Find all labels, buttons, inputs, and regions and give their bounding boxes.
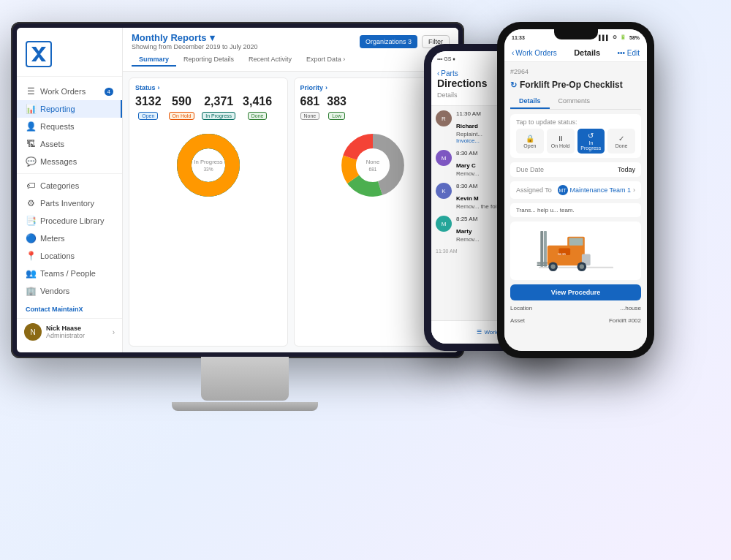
stats-grid: Status › 3132 Open 590 On Hold (129, 77, 452, 347)
report-title: Monthly Reports ▾ (132, 32, 258, 43)
monitor-base (172, 402, 318, 411)
sidebar-item-parts-inventory[interactable]: ⚙ Parts Inventory (17, 194, 122, 212)
sidebar: ☰ Work Orders 4 📊 Reporting 👤 Requests 🏗… (17, 28, 123, 352)
bottom-section: View Procedure Location ...house Asset F… (510, 284, 641, 325)
messages-icon: 💬 (26, 156, 36, 167)
report-subtitle: Showing from December 2019 to July 2020 (132, 43, 258, 50)
sidebar-item-reporting[interactable]: 📊 Reporting (17, 100, 122, 118)
procedure-icon: 📑 (26, 216, 36, 226)
tab-summary[interactable]: Summary (132, 53, 176, 67)
sidebar-item-categories[interactable]: 🏷 Categories (17, 177, 122, 194)
sidebar-item-locations[interactable]: 📍 Locations (17, 247, 122, 265)
expand-icon[interactable]: › (113, 328, 115, 336)
content-area: Status › 3132 Open 590 On Hold (123, 72, 458, 352)
tab-bar: Summary Reporting Details Recent Activit… (132, 53, 450, 67)
phone1-tab-details[interactable]: Details (437, 91, 458, 102)
forklift-image: DALIAN (510, 222, 641, 280)
svg-text:DALIAN: DALIAN (557, 253, 565, 256)
reporting-icon: 📊 (26, 104, 36, 114)
svg-rect-23 (537, 264, 547, 265)
phone2-screen: 11:33 ▌▌▌ ⊙ 🔋 58% ‹ Work Orders Details … (504, 29, 647, 351)
app-logo (26, 41, 52, 67)
phone2-notch (554, 29, 598, 39)
desktop-monitor: ☰ Work Orders 4 📊 Reporting 👤 Requests 🏗… (11, 22, 479, 409)
monitor-screen: ☰ Work Orders 4 📊 Reporting 👤 Requests 🏗… (17, 28, 458, 352)
status-done-button[interactable]: ✓ Done (607, 129, 635, 154)
sidebar-item-work-orders[interactable]: ☰ Work Orders 4 (17, 83, 122, 100)
team-initials: MT (558, 185, 568, 195)
svg-point-5 (192, 149, 224, 181)
signal-icon: ▌▌▌ (599, 35, 610, 40)
svg-point-12 (357, 149, 389, 181)
phone2-tab-details[interactable]: Details (510, 94, 550, 109)
svg-point-25 (550, 264, 555, 268)
chat-avatar-1: R (436, 110, 452, 126)
org-button[interactable]: Organizations 3 (360, 35, 417, 48)
work-orders-icon: ☰ (26, 86, 36, 97)
locations-icon: 📍 (26, 251, 36, 261)
phone2-edit-button[interactable]: ••• Edit (617, 49, 640, 57)
dropdown-icon[interactable]: ▾ (210, 32, 215, 43)
assigned-to-row[interactable]: Assigned To MT Maintenance Team 1 › (510, 181, 641, 199)
assets-icon: 🏗 (26, 139, 36, 149)
tab-recent-activity[interactable]: Recent Activity (241, 53, 299, 67)
stat-open: 3132 Open (135, 96, 162, 121)
status-card: Status › 3132 Open 590 On Hold (129, 77, 288, 347)
meters-icon: 🔵 (26, 233, 36, 243)
wifi-icon: ⊙ (613, 34, 617, 40)
view-procedure-button[interactable]: View Procedure (510, 284, 641, 300)
tab-reporting-details[interactable]: Reporting Details (176, 53, 241, 67)
svg-rect-20 (544, 231, 547, 267)
user-role: Administrator (46, 332, 85, 339)
sidebar-item-requests[interactable]: 👤 Requests (17, 118, 122, 135)
pause-icon: ⏸ (548, 135, 573, 143)
sidebar-item-teams[interactable]: 👥 Teams / People (17, 265, 122, 282)
svg-marker-0 (31, 47, 46, 61)
phone2-back-button[interactable]: ‹ Work Orders (512, 49, 557, 57)
phone2-nav-title: Details (574, 48, 600, 57)
wo-number: #2964 (510, 68, 641, 75)
stat-low: 383 Low (327, 96, 346, 121)
status-update-label: Tap to update status: (516, 118, 635, 126)
contact-label: Contact MaintainX (17, 300, 122, 315)
sidebar-item-vendors[interactable]: 🏢 Vendors (17, 282, 122, 300)
svg-point-27 (579, 264, 583, 268)
sidebar-user: N Nick Haase Administrator › (17, 318, 122, 345)
svg-text:In Progress: In Progress (194, 159, 222, 165)
sidebar-item-assets[interactable]: 🏗 Assets (17, 135, 122, 153)
sidebar-logo (17, 35, 122, 77)
status-buttons: 🔒 Open ⏸ On Hold ↺ In Progress ✓ Done (516, 129, 635, 154)
status-donut: In Progress 33% (135, 125, 281, 205)
teams-icon: 👥 (26, 268, 36, 279)
sidebar-item-procedure-library[interactable]: 📑 Procedure Library (17, 212, 122, 230)
stat-onhold: 590 On Hold (169, 96, 195, 121)
description-text: Trans... help u... team. (510, 203, 641, 217)
sidebar-item-meters[interactable]: 🔵 Meters (17, 230, 122, 247)
status-onhold-button[interactable]: ⏸ On Hold (547, 129, 575, 154)
assigned-chip: MT Maintenance Team 1 › (558, 185, 635, 195)
phone2-content: #2964 ↻ Forklift Pre-Op Checklist Detail… (504, 62, 647, 351)
status-label: Status › (135, 84, 281, 91)
top-bar: Monthly Reports ▾ Showing from December … (123, 28, 458, 72)
stat-none: 681 None (300, 96, 320, 121)
status-open-button[interactable]: 🔒 Open (516, 129, 544, 154)
phone2-device: 11:33 ▌▌▌ ⊙ 🔋 58% ‹ Work Orders Details … (497, 22, 654, 358)
svg-text:None: None (366, 159, 379, 165)
svg-rect-21 (540, 231, 543, 267)
forklift-svg: DALIAN (536, 224, 616, 279)
chat-avatar-4: M (436, 216, 452, 232)
lock-icon: 🔒 (518, 135, 542, 143)
vendors-icon: 🏢 (26, 286, 36, 296)
wo-title: ↻ Forklift Pre-Op Checklist (510, 80, 641, 90)
stat-done: 3,416 Done (243, 96, 272, 121)
location-row: Location ...house (510, 303, 641, 313)
svg-rect-22 (537, 262, 547, 263)
status-update-section: Tap to update status: 🔒 Open ⏸ On Hold ↺… (510, 114, 641, 158)
main-content: Monthly Reports ▾ Showing from December … (123, 28, 458, 352)
tab-export-data[interactable]: Export Data › (299, 53, 352, 67)
phone2-tab-bar: Details Comments (510, 94, 641, 110)
chat-avatar-2: M (436, 150, 452, 166)
sidebar-item-messages[interactable]: 💬 Messages (17, 153, 122, 170)
status-inprogress-button[interactable]: ↺ In Progress (577, 129, 605, 154)
phone2-tab-comments[interactable]: Comments (550, 94, 599, 109)
